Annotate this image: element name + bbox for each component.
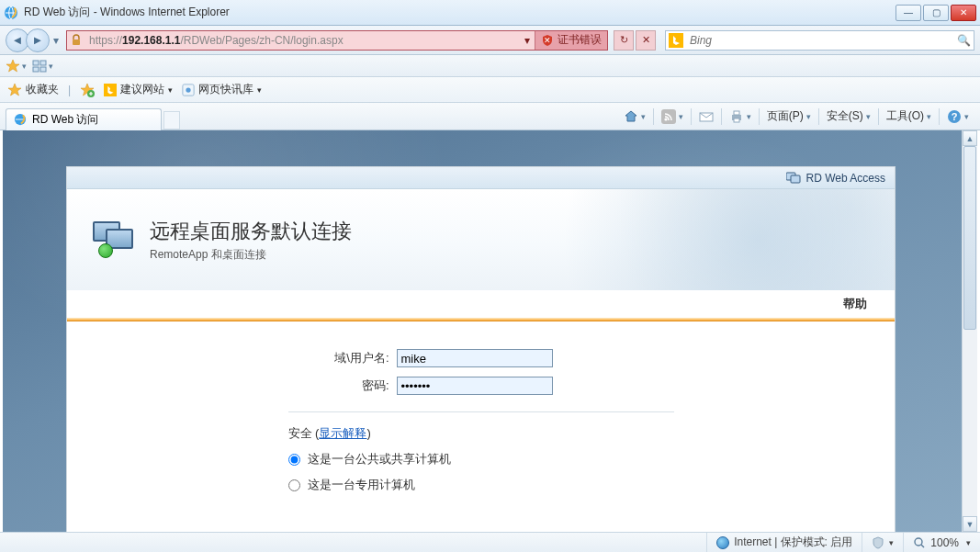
search-box[interactable]: 🔍 (665, 30, 974, 51)
svg-text:?: ? (952, 111, 958, 122)
zoom-control[interactable]: 100% ▾ (903, 533, 980, 552)
navigation-bar: ◄ ► ▾ https://192.168.1.1/RDWeb/Pages/zh… (0, 26, 980, 55)
svg-rect-20 (734, 111, 739, 115)
certificate-error-badge[interactable]: ✕ 证书错误 (535, 31, 607, 50)
favorites-bar: 收藏夹 | 建议网站 ▾ 网页快讯库 ▾ (0, 77, 980, 103)
svg-point-26 (915, 538, 922, 546)
ie-icon (4, 6, 18, 20)
security-public-label: 这是一台公共或共享计算机 (308, 451, 451, 468)
forward-button[interactable]: ► (26, 28, 50, 52)
favorites-star-dropdown[interactable]: ▾ (6, 59, 27, 73)
security-zone[interactable]: Internet | 保护模式: 启用 (706, 533, 862, 552)
favorites-label[interactable]: 收藏夹 (7, 82, 59, 97)
tab-rdweb[interactable]: RD Web 访问 (6, 108, 162, 130)
svg-rect-21 (734, 118, 739, 122)
favorites-item-webslice[interactable]: 网页快讯库 ▾ (182, 82, 262, 97)
add-to-favorites-button[interactable] (80, 83, 95, 97)
zoom-value: 100% (930, 536, 959, 549)
svg-rect-7 (33, 67, 39, 72)
username-label: 域\用户名: (288, 350, 389, 366)
refresh-button[interactable]: ↻ (614, 30, 634, 51)
zoom-icon (913, 536, 926, 549)
print-button[interactable]: ▾ (724, 106, 757, 128)
protected-mode-button[interactable]: ▾ (862, 533, 903, 552)
bing-icon (666, 33, 686, 48)
minimize-button[interactable]: — (896, 5, 921, 21)
favorites-item-suggested[interactable]: 建议网站 ▾ (104, 82, 173, 97)
svg-point-14 (186, 87, 191, 92)
ie-icon (14, 113, 27, 126)
home-button[interactable]: ▾ (618, 106, 651, 128)
svg-rect-8 (40, 67, 46, 72)
content-viewport: RD Web Access 远程桌面服务默认连接 RemoteApp 和桌面连接… (3, 130, 977, 532)
stop-button[interactable]: ✕ (636, 30, 656, 51)
svg-rect-25 (791, 175, 800, 183)
rdweb-banner: 远程桌面服务默认连接 RemoteApp 和桌面连接 (67, 189, 895, 290)
security-private-radio[interactable] (288, 479, 300, 491)
window-titlebar: RD Web 访问 - Windows Internet Explorer — … (0, 0, 980, 26)
address-bar[interactable]: https://192.168.1.1/RDWeb/Pages/zh-CN/lo… (66, 30, 608, 51)
globe-icon (716, 536, 729, 549)
rdweb-title: 远程桌面服务默认连接 (150, 218, 352, 245)
show-explain-link[interactable]: 显示解释 (319, 426, 366, 440)
security-private-label: 这是一台专用计算机 (308, 477, 415, 493)
rdweb-subtitle: RemoteApp 和桌面连接 (150, 247, 352, 263)
scroll-up-button[interactable]: ▲ (963, 130, 977, 146)
password-label: 密码: (288, 377, 389, 394)
lock-icon (67, 34, 85, 47)
rdweb-icon (786, 171, 801, 186)
svg-rect-5 (33, 61, 39, 65)
mini-toolbar: ▾ ▾ (0, 55, 980, 77)
safety-menu[interactable]: 安全(S) ▾ (821, 106, 876, 128)
tools-menu[interactable]: 工具(O) ▾ (881, 106, 937, 128)
search-button[interactable]: 🔍 (953, 34, 974, 47)
address-dropdown[interactable]: ▾ (520, 34, 535, 47)
svg-text:✕: ✕ (544, 36, 551, 45)
rdweb-header: RD Web Access (67, 167, 895, 189)
search-input[interactable] (686, 31, 953, 50)
svg-marker-9 (8, 84, 21, 96)
help-link[interactable]: 帮助 (843, 296, 867, 312)
security-label: 安全 (288, 426, 312, 440)
svg-rect-16 (661, 109, 676, 124)
tab-title: RD Web 访问 (32, 112, 98, 128)
rdweb-brand: RD Web Access (806, 172, 885, 185)
password-input[interactable] (397, 377, 553, 395)
rdweb-panel: RD Web Access 远程桌面服务默认连接 RemoteApp 和桌面连接… (67, 167, 895, 532)
shield-icon: ✕ (541, 34, 554, 47)
address-text[interactable]: https://192.168.1.1/RDWeb/Pages/zh-CN/lo… (85, 34, 520, 47)
status-bar: Internet | 保护模式: 启用 ▾ 100% ▾ (0, 532, 980, 552)
svg-marker-4 (6, 60, 19, 72)
command-bar: RD Web 访问 ▾ ▾ ▾ 页面(P) ▾ 安全(S) ▾ 工具(O) ▾ … (0, 103, 980, 130)
nav-history-dropdown[interactable]: ▾ (50, 34, 62, 47)
svg-rect-1 (73, 39, 80, 45)
svg-point-17 (664, 118, 667, 120)
help-button[interactable]: ?▾ (941, 106, 974, 128)
form-divider (288, 411, 674, 412)
scroll-down-button[interactable]: ▼ (963, 516, 977, 532)
svg-rect-3 (669, 33, 683, 48)
scroll-thumb[interactable] (963, 146, 976, 330)
quick-tabs-dropdown[interactable]: ▾ (32, 59, 53, 73)
security-zone-text: Internet | 保护模式: 启用 (734, 535, 852, 550)
security-row: 安全 (显示解释) (288, 425, 674, 442)
svg-rect-6 (40, 61, 46, 65)
maximize-button[interactable]: ▢ (923, 5, 949, 21)
window-title: RD Web 访问 - Windows Internet Explorer (24, 5, 896, 20)
new-tab-button[interactable] (163, 111, 180, 130)
feeds-button[interactable]: ▾ (656, 106, 689, 128)
vertical-scrollbar[interactable]: ▲ ▼ (962, 130, 977, 532)
remote-desktop-icon (93, 221, 137, 258)
close-button[interactable]: ✕ (951, 5, 976, 21)
username-input[interactable] (397, 349, 553, 367)
svg-rect-12 (104, 84, 117, 96)
security-public-radio[interactable] (288, 454, 300, 466)
login-form: 域\用户名: 密码: 安全 (显示解释) 这是一台公共或共享计算机 (67, 321, 895, 493)
read-mail-button[interactable] (693, 106, 719, 128)
page-menu[interactable]: 页面(P) ▾ (761, 106, 817, 128)
certificate-error-text: 证书错误 (558, 32, 602, 48)
